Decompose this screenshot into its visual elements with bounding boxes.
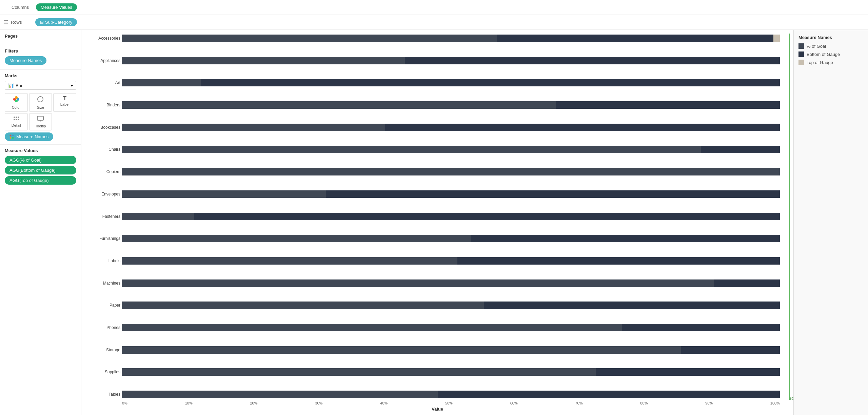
bar-icon: 📊: [8, 83, 14, 88]
bar-label-2: Art: [85, 78, 120, 87]
bar-track-8: [122, 213, 780, 220]
bar-row: Labels: [122, 256, 780, 266]
bar-row: Supplies: [122, 367, 780, 377]
bar-track-4: [122, 124, 780, 131]
legend-item-1: Bottom of Gauge: [798, 51, 863, 57]
bar-track-14: [122, 346, 780, 354]
detail-icon: [13, 116, 20, 123]
legend-label-2: Top of Gauge: [807, 60, 833, 65]
segment-pct-goal-5: [122, 146, 701, 153]
bar-label-5: Chairs: [85, 145, 120, 154]
svg-point-12: [10, 134, 12, 136]
segment-pct-goal-7: [122, 190, 326, 198]
marks-type-dropdown[interactable]: 📊 Bar ▾: [5, 81, 76, 90]
measure-pill-1[interactable]: AGG(Bottom of Gauge): [5, 166, 76, 174]
detail-button[interactable]: Detail: [5, 113, 28, 130]
segment-bottom-8: [194, 213, 780, 220]
detail-label: Detail: [12, 123, 21, 127]
segment-pct-goal-13: [122, 324, 622, 331]
segment-pct-goal-3: [122, 101, 556, 109]
bar-track-3: [122, 101, 780, 109]
svg-point-15: [12, 137, 14, 139]
marks-measure-names-pill[interactable]: Measure Names: [5, 132, 53, 141]
color-label: Color: [12, 105, 21, 109]
segment-top-0: [773, 35, 780, 42]
filters-title: Filters: [5, 48, 76, 54]
x-tick-1: 10%: [185, 401, 193, 405]
segment-bottom-13: [622, 324, 780, 331]
legend-title: Measure Names: [798, 35, 863, 40]
segment-pct-goal-2: [122, 79, 201, 86]
svg-point-4: [38, 97, 43, 102]
legend-label-0: % of Goal: [807, 44, 826, 49]
segment-pct-goal-9: [122, 235, 471, 242]
size-label: Size: [37, 105, 44, 109]
size-button[interactable]: Size: [29, 93, 52, 112]
segment-pct-goal-1: [122, 57, 405, 64]
bar-track-16: [122, 391, 780, 398]
x-tick-0: 0%: [122, 401, 127, 405]
x-tick-9: 90%: [705, 401, 713, 405]
label-button[interactable]: T Label: [53, 93, 76, 112]
marks-section: Marks 📊 Bar ▾ Color: [0, 70, 81, 145]
chart-area: GOALAccessoriesAppliancesArtBindersBookc…: [81, 30, 793, 415]
segment-bottom-14: [681, 346, 780, 354]
svg-point-14: [10, 137, 12, 139]
svg-point-10: [18, 119, 19, 120]
segment-pct-goal-15: [122, 368, 596, 376]
left-panel: Pages Filters Measure Names Marks 📊 Bar …: [0, 30, 81, 415]
bar-row: Bookcases: [122, 123, 780, 132]
label-icon: T: [63, 96, 66, 102]
segment-bottom-7: [326, 190, 780, 198]
bar-row: Appliances: [122, 56, 780, 65]
right-legend: Measure Names % of GoalBottom of GaugeTo…: [793, 30, 868, 415]
bar-row: Tables: [122, 390, 780, 399]
legend-swatch-0: [798, 43, 804, 49]
bar-row: Copiers: [122, 167, 780, 177]
svg-point-3: [15, 100, 18, 102]
segment-bottom-4: [385, 124, 780, 131]
top-bar: ⫼ Columns Measure Values ☰ Rows ⊞Sub-Cat…: [0, 0, 868, 30]
bar-row: Paper: [122, 300, 780, 310]
filters-section: Filters Measure Names: [0, 45, 81, 70]
color-button[interactable]: Color: [5, 93, 28, 112]
bar-track-7: [122, 190, 780, 198]
tooltip-button[interactable]: Tooltip: [29, 113, 52, 130]
rows-shelf: ☰ Rows ⊞Sub-Category: [0, 15, 868, 30]
segment-pct-goal-6: [122, 168, 780, 175]
bar-row: Phones: [122, 323, 780, 332]
x-tick-7: 70%: [575, 401, 583, 405]
segment-bottom-15: [596, 368, 780, 376]
segment-pct-goal-16: [122, 391, 438, 398]
segment-bottom-5: [701, 146, 780, 153]
bar-label-3: Binders: [85, 100, 120, 110]
bar-row: Art: [122, 78, 780, 87]
bar-label-9: Furnishings: [85, 234, 120, 243]
segment-bottom-9: [471, 235, 780, 242]
color-icon: [13, 96, 20, 105]
columns-pill[interactable]: Measure Values: [36, 3, 77, 11]
bar-label-14: Storage: [85, 345, 120, 355]
measure-values-title: Measure Values: [5, 148, 76, 153]
pages-section: Pages: [0, 30, 81, 45]
marks-title: Marks: [5, 73, 76, 78]
x-tick-10: 100%: [770, 401, 780, 405]
measure-pills: AGG(% of Goal)AGG(Bottom of Gauge)AGG(To…: [5, 156, 76, 185]
segment-pct-goal-14: [122, 346, 681, 354]
bar-track-0: [122, 35, 780, 42]
rows-icon: ☰: [3, 19, 8, 25]
bar-label-12: Paper: [85, 300, 120, 310]
rows-pill[interactable]: ⊞Sub-Category: [35, 18, 77, 26]
rows-label: Rows: [11, 20, 31, 25]
bar-label-11: Machines: [85, 278, 120, 288]
size-icon: [37, 96, 44, 105]
bar-track-13: [122, 324, 780, 331]
columns-label: Columns: [12, 5, 32, 10]
filters-measure-names-pill[interactable]: Measure Names: [5, 56, 46, 65]
goal-line: [789, 34, 790, 400]
measure-pill-0[interactable]: AGG(% of Goal): [5, 156, 76, 164]
measure-pill-2[interactable]: AGG(Top of Gauge): [5, 176, 76, 185]
bar-row: Fasteners: [122, 212, 780, 221]
legend-swatch-2: [798, 60, 804, 65]
bar-label-4: Bookcases: [85, 123, 120, 132]
